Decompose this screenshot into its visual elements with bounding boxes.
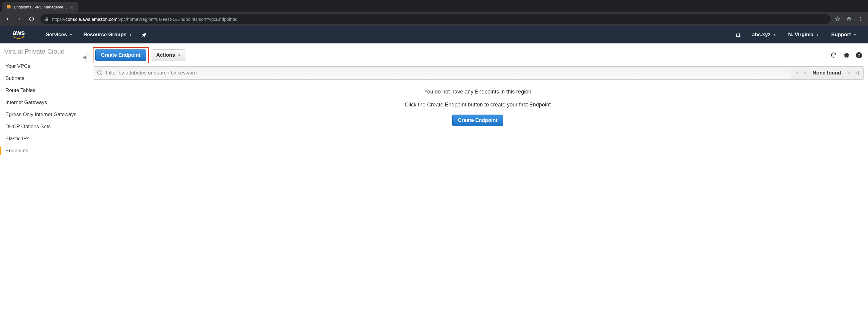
incognito-icon[interactable]	[844, 14, 854, 24]
page-last-icon[interactable]: >|	[854, 70, 861, 76]
resource-groups-menu[interactable]: Resource Groups ▼	[78, 26, 138, 43]
svg-marker-1	[10, 5, 11, 8]
address-bar[interactable]: https://console.aws.amazon.com/vpc/home?…	[40, 14, 831, 24]
main-toolbar: Create Endpoint Actions ▼ ?	[87, 43, 868, 66]
url-text: https://console.aws.amazon.com/vpc/home?…	[52, 17, 238, 22]
reload-button[interactable]	[27, 14, 37, 24]
chevron-down-icon: ▼	[816, 33, 819, 36]
svg-point-10	[98, 71, 101, 74]
sidebar-item-endpoints[interactable]: Endpoints	[4, 145, 78, 157]
browser-titlebar: Endpoints | VPC Management C ✕ +	[0, 0, 868, 12]
filter-row: |< < None found > >|	[87, 66, 868, 82]
pager-status: None found	[810, 70, 843, 76]
sidebar: Virtual Private Cloud Your VPCs Subnets …	[0, 43, 82, 310]
aws-header: aws Services ▼ Resource Groups ▼ abc.xyz…	[0, 26, 868, 43]
create-endpoint-button-empty[interactable]: Create Endpoint	[452, 115, 503, 126]
tab-title: Endpoints | VPC Management C	[14, 5, 67, 9]
main-panel: ◀ Create Endpoint Actions ▼ ?	[82, 43, 868, 310]
aws-smile-icon	[12, 36, 25, 40]
account-menu[interactable]: abc.xyz ▼	[746, 32, 781, 38]
svg-point-5	[860, 19, 861, 20]
aws-favicon	[7, 4, 11, 9]
chevron-down-icon: ▼	[178, 53, 181, 57]
actions-dropdown[interactable]: Actions ▼	[152, 50, 185, 61]
create-endpoint-button[interactable]: Create Endpoint	[95, 50, 146, 61]
pin-icon[interactable]	[137, 32, 151, 37]
svg-point-6	[860, 20, 861, 21]
settings-gear-icon[interactable]	[841, 50, 851, 60]
sidebar-heading: Virtual Private Cloud	[4, 48, 78, 56]
svg-text:?: ?	[858, 53, 860, 58]
close-tab-icon[interactable]: ✕	[70, 5, 73, 9]
active-browser-tab[interactable]: Endpoints | VPC Management C ✕	[2, 2, 78, 12]
chevron-down-icon: ▼	[69, 33, 73, 36]
aws-logo[interactable]: aws	[12, 30, 25, 40]
chevron-down-icon: ▼	[773, 33, 776, 36]
region-menu[interactable]: N. Virginia ▼	[783, 32, 825, 38]
back-button[interactable]	[2, 14, 13, 24]
search-icon	[97, 70, 103, 76]
page-prev-icon[interactable]: <	[802, 70, 808, 76]
filter-input-wrap[interactable]	[93, 66, 790, 80]
filter-input[interactable]	[106, 70, 786, 76]
svg-marker-3	[835, 17, 840, 21]
sidebar-item-internet-gateways[interactable]: Internet Gateways	[4, 96, 78, 108]
notifications-icon[interactable]	[731, 32, 745, 38]
svg-point-4	[860, 17, 861, 18]
sidebar-item-egress-only-internet-gateways[interactable]: Egress Only Internet Gateways	[4, 108, 78, 121]
support-menu[interactable]: Support ▼	[826, 32, 862, 38]
svg-marker-2	[7, 5, 11, 5]
svg-line-11	[101, 74, 102, 75]
sidebar-item-elastic-ips[interactable]: Elastic IPs	[4, 133, 78, 145]
forward-button[interactable]	[14, 14, 25, 24]
sidebar-item-subnets[interactable]: Subnets	[4, 72, 78, 85]
tutorial-highlight: Create Endpoint	[93, 47, 149, 63]
sidebar-item-your-vpcs[interactable]: Your VPCs	[4, 60, 78, 72]
chevron-down-icon: ▼	[853, 33, 857, 36]
services-menu[interactable]: Services ▼	[40, 26, 78, 43]
pager: |< < None found > >|	[790, 66, 864, 80]
sidebar-item-route-tables[interactable]: Route Tables	[4, 85, 78, 96]
sidebar-item-dhcp-options-sets[interactable]: DHCP Options Sets	[4, 121, 78, 133]
page-next-icon[interactable]: >	[846, 70, 851, 76]
browser-toolbar: https://console.aws.amazon.com/vpc/home?…	[0, 12, 868, 26]
chevron-down-icon: ▼	[129, 33, 132, 36]
help-icon[interactable]: ?	[854, 50, 864, 60]
page-first-icon[interactable]: |<	[793, 70, 800, 76]
collapse-sidebar-button[interactable]: ◀	[82, 52, 87, 62]
svg-rect-0	[7, 5, 10, 8]
aws-body: Virtual Private Cloud Your VPCs Subnets …	[0, 43, 868, 310]
empty-state: You do not have any Endpoints in this re…	[87, 82, 868, 126]
empty-message-1: You do not have any Endpoints in this re…	[87, 89, 868, 95]
lock-icon	[44, 17, 49, 21]
new-tab-button[interactable]: +	[81, 3, 89, 11]
browser-menu-icon[interactable]	[855, 14, 866, 24]
bookmark-star-icon[interactable]	[832, 14, 843, 24]
refresh-icon[interactable]	[829, 50, 838, 60]
empty-message-2: Click the Create Endpoint button to crea…	[87, 102, 868, 108]
